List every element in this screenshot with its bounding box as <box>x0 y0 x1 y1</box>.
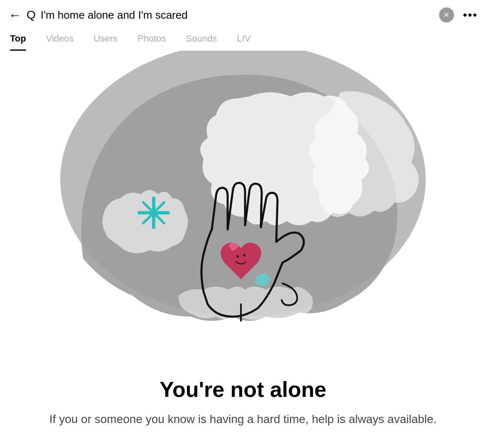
clear-button[interactable]: ✕ <box>439 7 454 22</box>
more-options-button[interactable]: ••• <box>463 8 478 22</box>
header: ← Q I'm home alone and I'm scared ✕ ••• <box>0 0 486 28</box>
tabs-bar: Top Videos Users Photos Sounds LIV <box>0 28 486 51</box>
tab-sounds[interactable]: Sounds <box>176 28 227 51</box>
search-icon: Q <box>27 8 36 22</box>
svg-point-6 <box>243 254 245 256</box>
mental-health-illustration <box>0 51 486 333</box>
search-query-text: I'm home alone and I'm scared <box>41 9 434 22</box>
search-bar: I'm home alone and I'm scared <box>41 9 434 22</box>
main-heading: You're not alone <box>25 377 461 402</box>
back-button[interactable]: ← <box>8 8 22 22</box>
clear-icon: ✕ <box>443 10 449 20</box>
main-content: You're not alone If you or someone you k… <box>0 51 486 441</box>
bottom-text-area: You're not alone If you or someone you k… <box>0 364 486 441</box>
tab-videos[interactable]: Videos <box>36 28 84 51</box>
illustration-area <box>0 51 486 333</box>
tab-users[interactable]: Users <box>84 28 128 51</box>
tab-live[interactable]: LIV <box>227 28 260 51</box>
sub-text: If you or someone you know is having a h… <box>25 411 461 428</box>
tab-photos[interactable]: Photos <box>128 28 176 51</box>
tab-top[interactable]: Top <box>8 28 36 51</box>
svg-point-5 <box>236 255 239 258</box>
